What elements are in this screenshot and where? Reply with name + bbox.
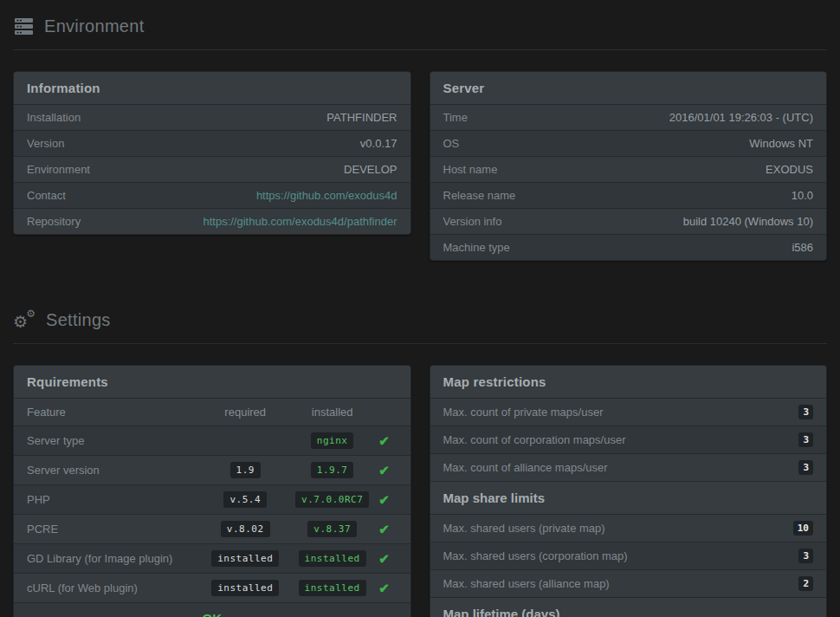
check-icon: ✔ xyxy=(372,552,397,565)
info-row-repository: Repository https://github.com/exodus4d/p… xyxy=(14,208,410,234)
map-row-private-maps: Max. count of private maps/user 3 xyxy=(430,399,827,425)
check-icon: ✔ xyxy=(372,464,397,477)
map-row-shared-private: Max. shared users (private map) 10 xyxy=(430,515,827,542)
required-badge: installed xyxy=(211,550,279,567)
server-row-hostname: Host name EXODUS xyxy=(430,156,827,182)
required-badge: v.5.4 xyxy=(223,491,267,508)
requirements-panel-title: Rquirements xyxy=(14,366,410,399)
server-panel-title: Server xyxy=(430,72,827,105)
value-badge: 3 xyxy=(798,549,813,563)
installed-badge: v.8.37 xyxy=(307,521,357,537)
map-restrictions-panel: Map restrictions Max. count of private m… xyxy=(430,365,828,617)
info-row-environment: Environment DEVELOP xyxy=(14,156,410,182)
server-row-time: Time 2016/01/01 19:26:03 - (UTC) xyxy=(430,105,827,130)
required-badge: v.8.02 xyxy=(221,521,270,537)
map-restrictions-title: Map restrictions xyxy=(430,366,827,399)
map-share-limits-title: Map share limits xyxy=(430,481,827,515)
server-row-release: Release name 10.0 xyxy=(430,182,827,208)
installed-badge: installed xyxy=(299,580,366,596)
environment-section-header: Environment xyxy=(13,14,827,38)
information-panel-title: Information xyxy=(14,72,410,105)
column-installed: installed xyxy=(294,406,372,419)
map-lifetime-title: Map lifetime (days) xyxy=(430,597,827,617)
gears-icon: ⚙ ⚙ xyxy=(13,309,36,330)
requirements-header-row: Feature required installed xyxy=(14,399,410,425)
required-badge: 1.9 xyxy=(230,462,261,478)
installed-badge: v.7.0.0RC7 xyxy=(295,491,369,508)
value-badge: 3 xyxy=(798,405,813,419)
requirement-row-pcre: PCRE v.8.02 v.8.37 ✔ xyxy=(14,514,410,543)
info-row-contact: Contact https://github.com/exodus4d xyxy=(14,182,410,208)
section-divider xyxy=(13,343,827,344)
info-row-version: Version v0.0.17 xyxy=(14,130,410,156)
map-row-shared-alliance: Max. shared users (alliance map) 2 xyxy=(430,569,827,597)
server-row-machinetype: Machine type i586 xyxy=(430,234,827,260)
requirements-panel: Rquirements Feature required installed S… xyxy=(13,365,411,617)
info-row-installation: Installation PATHFINDER xyxy=(14,105,410,130)
requirement-row-gdlibrary: GD Library (for Image plugin) installed … xyxy=(14,543,410,573)
check-icon: ✔ xyxy=(372,523,397,536)
required-badge: installed xyxy=(211,580,279,596)
settings-panels: Rquirements Feature required installed S… xyxy=(13,365,827,617)
requirement-row-serverversion: Server version 1.9 1.9.7 ✔ xyxy=(14,455,410,484)
server-stack-icon xyxy=(13,18,34,35)
check-icon: ✔ xyxy=(372,434,397,447)
value-badge: 2 xyxy=(798,576,813,591)
value-badge: 10 xyxy=(793,521,813,536)
check-icon: ✔ xyxy=(372,581,397,594)
repository-link[interactable]: https://github.com/exodus4d/pathfinder xyxy=(203,215,397,228)
requirement-row-curl: cURL (for Web plugin) installed installe… xyxy=(14,573,410,602)
column-feature: Feature xyxy=(27,406,197,419)
requirements-ok-button[interactable]: OK xyxy=(14,602,410,617)
installed-badge: nginx xyxy=(311,432,354,449)
setup-page: Environment Information Installation PAT… xyxy=(0,0,840,617)
requirement-row-php: PHP v.5.4 v.7.0.0RC7 ✔ xyxy=(14,484,410,514)
settings-section-header: ⚙ ⚙ Settings xyxy=(13,308,827,332)
map-row-corporation-maps: Max. count of corporation maps/user 3 xyxy=(430,425,827,453)
settings-heading: Settings xyxy=(46,308,111,332)
server-row-os: OS Windows NT xyxy=(430,130,827,156)
map-row-shared-corporation: Max. shared users (corporation map) 3 xyxy=(430,542,827,569)
environment-heading: Environment xyxy=(44,14,145,38)
column-required: required xyxy=(197,406,294,419)
value-badge: 3 xyxy=(798,432,813,447)
information-panel: Information Installation PATHFINDER Vers… xyxy=(13,71,411,235)
check-icon: ✔ xyxy=(372,493,397,506)
value-badge: 3 xyxy=(798,460,813,475)
installed-badge: 1.9.7 xyxy=(311,462,354,478)
server-panel: Server Time 2016/01/01 19:26:03 - (UTC) … xyxy=(430,71,828,261)
contact-link[interactable]: https://github.com/exodus4d xyxy=(256,189,397,202)
installed-badge: installed xyxy=(299,550,366,567)
requirement-row-servertype: Server type nginx ✔ xyxy=(14,425,410,455)
section-divider xyxy=(13,49,827,50)
map-row-alliance-maps: Max. count of alliance maps/user 3 xyxy=(430,453,827,481)
server-row-versioninfo: Version info build 10240 (Windows 10) xyxy=(430,208,827,234)
environment-panels: Information Installation PATHFINDER Vers… xyxy=(13,71,827,261)
